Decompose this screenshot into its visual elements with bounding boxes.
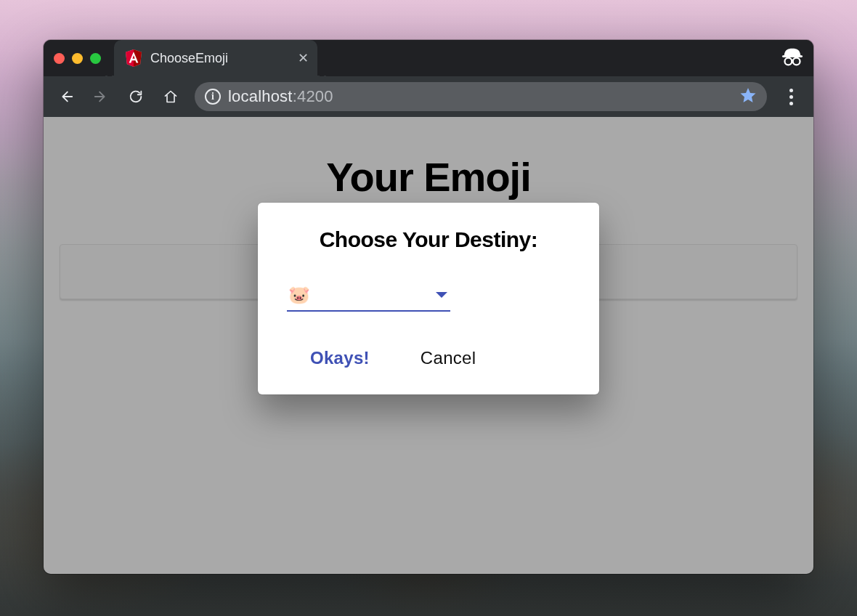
tab-title: ChooseEmoji (150, 51, 228, 66)
window-zoom-button[interactable] (90, 53, 101, 64)
window-close-button[interactable] (54, 53, 65, 64)
url-port: :4200 (293, 87, 333, 105)
browser-titlebar: ChooseEmoji ✕ (44, 40, 813, 76)
page-viewport: Your Emoji Choose Your Destiny: 🐷 Okays!… (44, 117, 813, 574)
svg-point-1 (785, 58, 792, 65)
url-text: localhost:4200 (228, 87, 333, 106)
svg-rect-0 (782, 55, 803, 57)
choose-emoji-dialog: Choose Your Destiny: 🐷 Okays! Cancel (258, 203, 599, 394)
angular-logo-icon (126, 49, 142, 67)
browser-toolbar: i localhost:4200 (44, 76, 813, 117)
window-controls (54, 53, 101, 64)
svg-point-2 (793, 58, 800, 65)
browser-tab[interactable]: ChooseEmoji ✕ (114, 40, 317, 76)
emoji-select-value: 🐷 (288, 285, 310, 305)
url-host: localhost (228, 87, 293, 105)
bookmark-star-icon[interactable] (739, 86, 757, 107)
reload-button[interactable] (121, 81, 151, 112)
address-bar[interactable]: i localhost:4200 (195, 82, 767, 111)
browser-menu-button[interactable] (776, 81, 806, 112)
incognito-icon (781, 46, 803, 70)
chevron-down-icon (436, 292, 447, 298)
dialog-actions: Okays! Cancel (287, 342, 570, 374)
window-minimize-button[interactable] (72, 53, 83, 64)
emoji-select[interactable]: 🐷 (287, 283, 450, 312)
home-button[interactable] (155, 81, 186, 112)
dialog-title: Choose Your Destiny: (287, 227, 570, 252)
forward-button[interactable] (86, 81, 116, 112)
tab-close-icon[interactable]: ✕ (298, 52, 309, 65)
cancel-button[interactable]: Cancel (416, 342, 481, 374)
site-info-icon[interactable]: i (205, 89, 221, 105)
back-button[interactable] (51, 81, 81, 112)
browser-window: ChooseEmoji ✕ (44, 40, 813, 574)
ok-button[interactable]: Okays! (306, 342, 374, 374)
